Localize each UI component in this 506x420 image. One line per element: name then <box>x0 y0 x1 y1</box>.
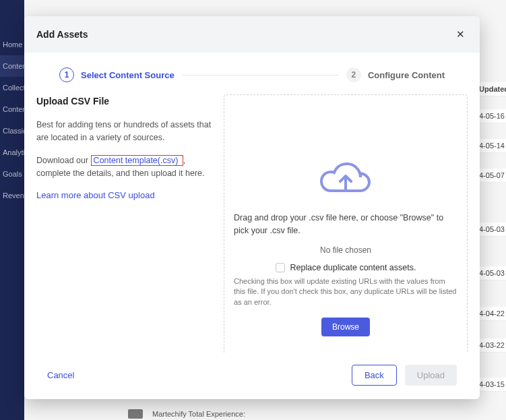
sidebar-item-goals[interactable]: Goals <box>0 163 24 185</box>
bg-row: 4-03-22 <box>479 338 506 353</box>
step-2[interactable]: 2 Configure Content <box>346 67 445 82</box>
thumbnail-icon <box>128 409 143 419</box>
modal-body: Upload CSV File Best for adding tens or … <box>24 89 480 353</box>
back-button[interactable]: Back <box>352 365 397 386</box>
drop-instruction: Drag and drop your .csv file here, or ch… <box>234 212 457 237</box>
sidebar-item-revenue[interactable]: Revenue <box>0 185 24 206</box>
modal-title: Add Assets <box>36 29 88 40</box>
step-divider <box>183 75 338 76</box>
bg-col-header: Updated <box>479 82 506 96</box>
replace-label: Replace duplicate content assets. <box>290 263 416 272</box>
bg-table-column: Updated 4-05-16 4-05-14 4-05-07 4-05-03 … <box>479 0 506 420</box>
upload-description: Best for adding tens or hundreds of asse… <box>36 119 212 145</box>
bg-row: 4-05-07 <box>479 169 506 183</box>
sidebar-item-content2[interactable]: Content <box>0 98 24 120</box>
step-2-number: 2 <box>346 67 361 82</box>
stepper: 1 Select Content Source 2 Configure Cont… <box>24 53 480 89</box>
bg-row: 4-05-14 <box>479 139 506 153</box>
step-1[interactable]: 1 Select Content Source <box>59 67 175 82</box>
upload-heading: Upload CSV File <box>36 96 212 107</box>
file-dropzone[interactable]: Drag and drop your .csv file here, or ch… <box>224 94 468 353</box>
bg-row: 4-05-16 <box>479 109 506 123</box>
bg-row: 4-05-03 <box>479 266 506 280</box>
add-assets-modal: Add Assets ✕ 1 Select Content Source 2 C… <box>24 16 480 399</box>
footer-actions: Back Upload <box>352 365 457 386</box>
bg-row: 4-05-03 <box>479 222 506 237</box>
modal-header: Add Assets ✕ <box>24 16 480 53</box>
browse-button[interactable]: Browse <box>321 318 370 336</box>
replace-checkbox[interactable] <box>276 263 285 272</box>
step-1-label: Select Content Source <box>81 70 175 80</box>
step-2-label: Configure Content <box>368 70 445 80</box>
replace-checkbox-row[interactable]: Replace duplicate content assets. <box>276 263 416 272</box>
app-sidebar: Home Content Collections Content Classic… <box>0 0 24 420</box>
bg-row: 4-03-15 <box>479 378 506 392</box>
close-icon[interactable]: ✕ <box>453 26 468 43</box>
sidebar-item-collections[interactable]: Collections <box>0 77 24 98</box>
step-1-number: 1 <box>59 67 74 82</box>
replace-hint: Checking this box will update existing U… <box>234 276 457 309</box>
learn-more-link[interactable]: Learn more about CSV upload <box>36 190 155 200</box>
sidebar-item-analytics[interactable]: Analytics <box>0 142 24 163</box>
download-text: Download our Content template(.csv) , co… <box>36 154 212 181</box>
sidebar-item-content[interactable]: Content <box>0 55 24 77</box>
cloud-upload-icon <box>319 160 373 201</box>
upload-button[interactable]: Upload <box>405 365 457 386</box>
sidebar-item-home[interactable]: Home <box>0 34 24 55</box>
content-template-link[interactable]: Content template(.csv) <box>91 155 183 166</box>
sidebar-item-classic[interactable]: Classic Explore <box>0 120 24 142</box>
modal-footer: Cancel Back Upload <box>24 353 480 399</box>
cancel-button[interactable]: Cancel <box>47 370 74 380</box>
upload-info-panel: Upload CSV File Best for adding tens or … <box>36 94 212 353</box>
bg-bottom-row: Martechify Total Experience: <box>128 409 245 419</box>
no-file-chosen: No file chosen <box>320 245 371 255</box>
download-prefix: Download our <box>36 156 91 165</box>
bg-bottom-label: Martechify Total Experience: <box>152 410 245 418</box>
bg-row: 4-04-22 <box>479 307 506 321</box>
